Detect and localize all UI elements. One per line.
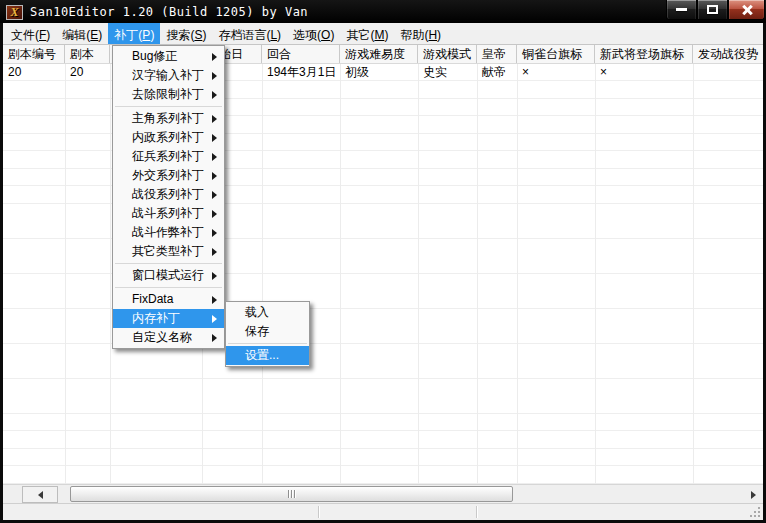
menu-search[interactable]: 搜索(S) — [160, 23, 212, 44]
submenu-arrow-icon — [212, 53, 217, 61]
submenu-arrow-icon — [212, 134, 217, 142]
menu-edit[interactable]: 编辑(E) — [56, 23, 108, 44]
menu-item-battle-cheat-patch[interactable]: 战斗作弊补丁 — [113, 223, 224, 242]
cell-bronze-sparrow-flag: × — [517, 64, 595, 81]
memory-patch-submenu: 载入 保存 设置... — [225, 301, 310, 367]
status-bar — [3, 503, 763, 520]
menu-item-remove-limit-patch[interactable]: 去除限制补丁 — [113, 85, 224, 104]
scroll-right-icon — [751, 491, 756, 499]
scroll-left-icon — [38, 491, 43, 499]
menu-item-windowed-mode[interactable]: 窗口模式运行 — [113, 266, 224, 285]
column-header-scenario[interactable]: 剧本 — [65, 45, 110, 63]
submenu-item-load[interactable]: 载入 — [226, 303, 309, 322]
menu-options[interactable]: 选项(O) — [287, 23, 340, 44]
scroll-right-button[interactable] — [744, 486, 762, 503]
column-divider — [693, 64, 694, 484]
menu-other[interactable]: 其它(M) — [340, 23, 394, 44]
cell-campaign — [693, 64, 763, 81]
close-icon — [741, 5, 753, 15]
thumb-grip-icon — [288, 490, 289, 498]
patch-dropdown-menu: Bug修正 汉字输入补丁 去除限制补丁 主角系列补丁 内政系列补丁 征兵系列补丁… — [112, 45, 225, 349]
column-header-emperor[interactable]: 皇帝 — [477, 45, 517, 63]
menu-separator — [228, 343, 307, 344]
scroll-left-button[interactable] — [22, 486, 58, 503]
window-controls — [666, 0, 765, 20]
app-icon: X — [6, 5, 23, 20]
minimize-button[interactable] — [666, 0, 697, 20]
cell-turn: 194年3月1日 — [262, 64, 340, 81]
column-divider — [477, 64, 478, 484]
cell-difficulty: 初级 — [340, 64, 418, 81]
column-divider — [65, 64, 66, 484]
resize-grip[interactable] — [749, 506, 761, 518]
menu-separator — [115, 287, 222, 288]
menu-item-custom-names[interactable]: 自定义名称 — [113, 328, 224, 347]
submenu-arrow-icon — [212, 296, 217, 304]
column-divider — [418, 64, 419, 484]
menu-help[interactable]: 帮助(H) — [394, 23, 447, 44]
column-divider — [517, 64, 518, 484]
menu-item-memory-patch[interactable]: 内存补丁 — [113, 309, 224, 328]
submenu-item-settings[interactable]: 设置... — [226, 346, 309, 365]
menu-item-bug-fix[interactable]: Bug修正 — [113, 47, 224, 66]
status-panel-divider — [318, 506, 319, 518]
app-window: X San10Editor 1.20 (Build 1205) by Van 文… — [0, 0, 766, 523]
submenu-arrow-icon — [212, 115, 217, 123]
thumb-grip-icon — [291, 490, 292, 498]
cell-scenario: 20 — [65, 64, 110, 81]
menu-separator — [115, 106, 222, 107]
column-header-campaign[interactable]: 发动战役势 — [693, 45, 763, 63]
menu-item-protagonist-series-patch[interactable]: 主角系列补丁 — [113, 109, 224, 128]
menu-file[interactable]: 文件(F) — [5, 23, 56, 44]
column-divider — [595, 64, 596, 484]
menubar: 文件(F) 编辑(E) 补丁(P) 搜索(S) 存档语言(L) 选项(O) 其它… — [3, 23, 763, 45]
menu-separator — [115, 263, 222, 264]
submenu-arrow-icon — [212, 191, 217, 199]
column-header-game-mode[interactable]: 游戏模式 — [418, 45, 477, 63]
cell-emperor: 献帝 — [477, 64, 517, 81]
menu-item-other-type-patch[interactable]: 其它类型补丁 — [113, 242, 224, 261]
submenu-arrow-icon — [212, 153, 217, 161]
thumb-grip-icon — [294, 490, 295, 498]
cell-scenario-number: 20 — [3, 64, 65, 81]
menu-item-battle-series-patch[interactable]: 战斗系列补丁 — [113, 204, 224, 223]
app-icon-glyph: X — [10, 6, 18, 18]
submenu-arrow-icon — [212, 229, 217, 237]
minimize-icon — [676, 8, 687, 11]
scrollbar-thumb[interactable] — [70, 486, 513, 502]
window-title: San10Editor 1.20 (Build 1205) by Van — [30, 5, 308, 19]
close-button[interactable] — [728, 0, 765, 20]
cell-new-officer-flag: × — [595, 64, 693, 81]
horizontal-scrollbar[interactable] — [3, 484, 763, 503]
maximize-icon — [707, 5, 718, 14]
column-header-bronze-sparrow-flag[interactable]: 铜雀台旗标 — [517, 45, 595, 63]
submenu-arrow-icon — [212, 248, 217, 256]
column-header-difficulty[interactable]: 游戏难易度 — [340, 45, 418, 63]
submenu-arrow-icon — [212, 91, 217, 99]
column-divider — [262, 64, 263, 484]
maximize-button[interactable] — [697, 0, 728, 20]
column-divider — [340, 64, 341, 484]
status-panel-divider — [476, 506, 477, 518]
menu-item-fixdata[interactable]: FixData — [113, 290, 224, 309]
cell-game-mode: 史实 — [418, 64, 477, 81]
submenu-item-save[interactable]: 保存 — [226, 322, 309, 341]
menu-save-language[interactable]: 存档语言(L) — [212, 23, 287, 44]
menu-item-hanzi-input-patch[interactable]: 汉字输入补丁 — [113, 66, 224, 85]
menu-patch[interactable]: 补丁(P) — [108, 23, 160, 44]
submenu-arrow-icon — [212, 315, 217, 323]
submenu-arrow-icon — [212, 272, 217, 280]
titlebar[interactable]: X San10Editor 1.20 (Build 1205) by Van — [0, 0, 766, 23]
column-header-new-officer-flag[interactable]: 新武将登场旗标 — [595, 45, 693, 63]
submenu-arrow-icon — [212, 334, 217, 342]
submenu-arrow-icon — [212, 72, 217, 80]
menu-item-diplomacy-series-patch[interactable]: 外交系列补丁 — [113, 166, 224, 185]
column-header-turn[interactable]: 回合 — [262, 45, 340, 63]
menu-item-conscription-series-patch[interactable]: 征兵系列补丁 — [113, 147, 224, 166]
column-divider — [110, 64, 111, 484]
menu-item-campaign-series-patch[interactable]: 战役系列补丁 — [113, 185, 224, 204]
submenu-arrow-icon — [212, 172, 217, 180]
column-header-scenario-number[interactable]: 剧本编号 — [3, 45, 65, 63]
menu-item-domestic-series-patch[interactable]: 内政系列补丁 — [113, 128, 224, 147]
submenu-arrow-icon — [212, 210, 217, 218]
